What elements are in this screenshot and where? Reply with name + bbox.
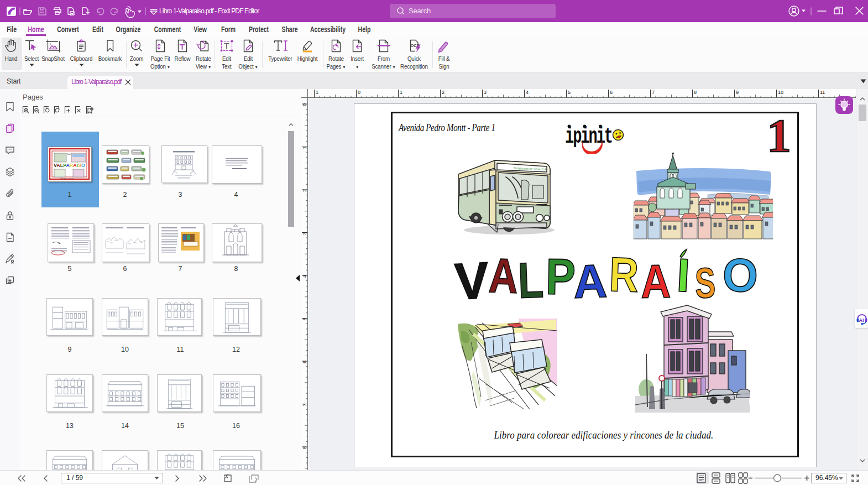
svg-text:A: A — [640, 255, 671, 308]
svg-text:0: 0 — [358, 90, 360, 95]
svg-text:Libro para colorear: Libro para colorear — [59, 178, 74, 180]
svg-text:3: 3 — [484, 90, 487, 95]
svg-text:A: A — [572, 254, 608, 308]
svg-text:5: 5 — [568, 90, 571, 95]
svg-text:2: 2 — [302, 189, 307, 192]
svg-text:5: 5 — [302, 317, 307, 320]
svg-text:A: A — [488, 248, 519, 304]
svg-text:10: 10 — [778, 90, 783, 95]
svg-text:V: V — [453, 251, 490, 310]
svg-text:3: 3 — [302, 232, 307, 234]
svg-text:6: 6 — [610, 90, 613, 95]
svg-text:1: 1 — [302, 146, 307, 149]
svg-text:8: 8 — [694, 90, 697, 95]
svg-text:1: 1 — [400, 90, 402, 95]
svg-text:8: 8 — [302, 446, 307, 449]
svg-text:11: 11 — [820, 90, 825, 95]
svg-text:2: 2 — [442, 90, 445, 95]
svg-text:P: P — [545, 248, 576, 305]
svg-text:I: I — [676, 248, 692, 301]
svg-text:L: L — [517, 252, 544, 309]
svg-text:1: 1 — [316, 90, 318, 95]
svg-text:7: 7 — [302, 403, 307, 406]
svg-text:AI: AI — [859, 317, 864, 323]
svg-text:VALPARAÍSO: VALPARAÍSO — [54, 162, 85, 168]
svg-text:6: 6 — [302, 361, 307, 363]
svg-text:9: 9 — [736, 90, 739, 95]
svg-text:R: R — [608, 247, 639, 303]
svg-text:7: 7 — [652, 90, 655, 95]
svg-text:O: O — [722, 248, 759, 301]
svg-text:S: S — [694, 258, 717, 306]
svg-text:4: 4 — [526, 90, 529, 95]
svg-text:4: 4 — [302, 275, 307, 278]
svg-text:0: 0 — [302, 103, 307, 106]
